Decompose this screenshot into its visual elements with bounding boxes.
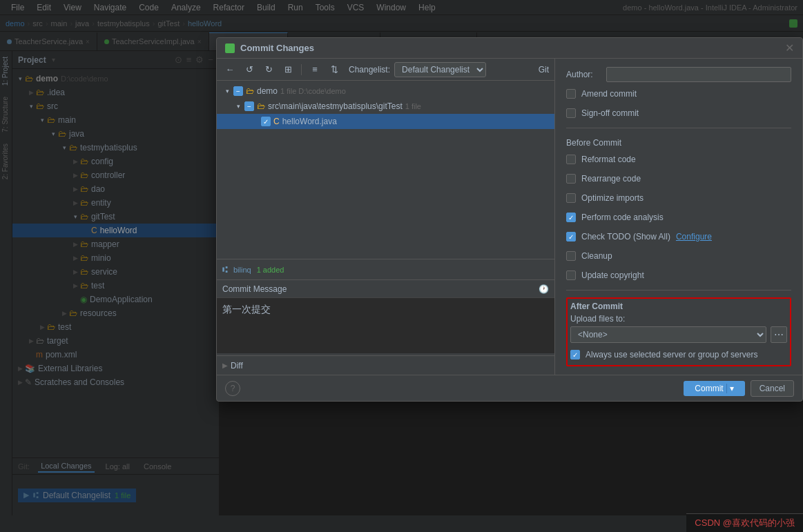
arrow-icon: ▾ — [233, 103, 243, 110]
git-icon: ⑆ — [222, 264, 228, 275]
signoff-commit-label: Sign-off commit — [581, 108, 639, 118]
author-label: Author: — [566, 70, 601, 79]
commit-button[interactable]: Commit ▾ — [684, 381, 744, 396]
toolbar-sep — [301, 64, 302, 75]
always-use-server-label: Always use selected server or group of s… — [586, 350, 757, 359]
after-commit-section: After Commit Upload files to: <None> ⋯ ✓… — [566, 297, 791, 366]
dtree-info-demo: 1 file D:\code\demo — [280, 87, 346, 95]
changelist-label: Changelist: — [349, 65, 390, 75]
amend-commit-label: Amend commit — [581, 89, 637, 99]
checkbox-src[interactable]: − — [244, 101, 254, 111]
help-button[interactable]: ? — [225, 381, 240, 396]
upload-files-label: Upload files to: — [570, 314, 787, 324]
diff-arrow-icon: ▶ — [222, 362, 228, 369]
dialog-file-tree: ▾ − 🗁 demo 1 file D:\code\demo ▾ − 🗁 src… — [217, 81, 554, 259]
dialog-footer: ? Commit ▾ Cancel — [217, 375, 802, 401]
toolbar-redo-btn[interactable]: ↻ — [261, 62, 276, 77]
toolbar-expand-btn[interactable]: ≡ — [307, 62, 322, 77]
commit-message-area: Commit Message 🕐 第一次提交 — [217, 279, 554, 355]
dtree-demo[interactable]: ▾ − 🗁 demo 1 file D:\code\demo — [217, 83, 554, 99]
update-copyright-checkbox[interactable] — [566, 270, 576, 280]
before-commit-title: Before Commit — [566, 138, 791, 148]
section-sep-1 — [566, 128, 791, 128]
update-copyright-row: Update copyright — [566, 268, 791, 283]
author-input[interactable] — [606, 67, 791, 82]
optimize-imports-checkbox[interactable] — [566, 193, 576, 203]
dialog-title-bar: Commit Changes ✕ — [217, 38, 802, 59]
dialog-left-panel: ← ↺ ↻ ⊞ ≡ ⇅ Changelist: Default Changeli… — [217, 59, 555, 375]
perform-code-analysis-row: ✓ Perform code analysis — [566, 210, 791, 225]
cleanup-label: Cleanup — [581, 251, 612, 261]
dialog-close-button[interactable]: ✕ — [785, 41, 794, 55]
folder-icon: 🗁 — [246, 86, 254, 96]
reformat-code-row: Reformat code — [566, 152, 791, 167]
upload-row: <None> ⋯ — [570, 326, 787, 343]
checkbox-helloword[interactable]: ✓ — [261, 117, 271, 126]
commit-message-input[interactable]: 第一次提交 — [217, 298, 554, 353]
dialog-right-panel: Author: Amend commit Sign-off commit Bef… — [555, 59, 802, 375]
check-todo-row: ✓ Check TODO (Show All) Configure — [566, 229, 791, 244]
dialog-toolbar: ← ↺ ↻ ⊞ ≡ ⇅ Changelist: Default Changeli… — [217, 59, 554, 81]
checkbox-demo[interactable]: − — [233, 86, 243, 96]
rearrange-code-row: Rearrange code — [566, 171, 791, 186]
optimize-imports-row: Optimize imports — [566, 190, 791, 206]
signoff-commit-checkbox[interactable] — [566, 108, 576, 118]
added-count: 1 added — [257, 266, 284, 274]
update-copyright-label: Update copyright — [581, 270, 644, 280]
author-row: Author: — [566, 67, 791, 82]
amend-commit-row: Amend commit — [566, 86, 791, 101]
section-sep-2 — [566, 290, 791, 290]
reformat-code-checkbox[interactable] — [566, 155, 576, 164]
toolbar-undo-btn[interactable]: ↺ — [242, 62, 257, 77]
commit-dialog: Commit Changes ✕ ← ↺ ↻ ⊞ ≡ ⇅ Changelist:… — [216, 37, 803, 402]
configure-link[interactable]: Configure — [676, 232, 712, 242]
toolbar-grid-btn[interactable]: ⊞ — [280, 62, 296, 77]
after-commit-title: After Commit — [570, 302, 787, 311]
commit-msg-header: Commit Message 🕐 — [217, 280, 554, 298]
dialog-body: ← ↺ ↻ ⊞ ≡ ⇅ Changelist: Default Changeli… — [217, 59, 802, 375]
folder-icon: 🗁 — [257, 101, 265, 111]
dtree-info-src: 1 file — [405, 102, 421, 110]
dtree-src[interactable]: ▾ − 🗁 src\main\java\testmybatisplus\gitT… — [217, 99, 554, 114]
toolbar-sort-btn[interactable]: ⇅ — [327, 62, 342, 77]
perform-code-analysis-label: Perform code analysis — [581, 213, 664, 222]
arrow-icon: ▾ — [222, 88, 232, 95]
dialog-icon — [225, 43, 235, 53]
commit-dropdown-icon[interactable]: ▾ — [726, 384, 734, 393]
class-file-icon: C — [273, 117, 280, 126]
perform-code-analysis-checkbox[interactable]: ✓ — [566, 213, 576, 222]
branch-area: ⑆ bilinq 1 added — [217, 259, 554, 279]
git-tab-label[interactable]: Git — [539, 65, 549, 75]
check-todo-checkbox[interactable]: ✓ — [566, 232, 576, 242]
dtree-helloword[interactable]: ✓ C helloWord.java — [217, 114, 554, 129]
changelist-select[interactable]: Default Changelist — [394, 62, 486, 77]
always-use-server-checkbox[interactable]: ✓ — [570, 350, 580, 359]
dialog-title: Commit Changes — [240, 43, 314, 53]
modal-overlay: Commit Changes ✕ ← ↺ ↻ ⊞ ≡ ⇅ Changelist:… — [0, 0, 803, 532]
upload-settings-btn[interactable]: ⋯ — [771, 326, 787, 343]
diff-label: Diff — [231, 361, 243, 371]
cancel-button[interactable]: Cancel — [751, 380, 794, 397]
rearrange-code-checkbox[interactable] — [566, 174, 576, 184]
branch-name: bilinq — [233, 266, 251, 274]
always-use-server-row: ✓ Always use selected server or group of… — [570, 347, 787, 362]
commit-msg-label: Commit Message — [222, 284, 287, 294]
dtree-name-helloword: helloWord.java — [282, 117, 337, 126]
cleanup-checkbox[interactable] — [566, 251, 576, 261]
watermark: CSDN @喜欢代码的小强 — [686, 513, 803, 532]
dtree-name-src: src\main\java\testmybatisplus\gitTest — [268, 101, 403, 111]
reformat-code-label: Reformat code — [581, 155, 636, 164]
toolbar-back-btn[interactable]: ← — [222, 62, 238, 77]
rearrange-code-label: Rearrange code — [581, 174, 641, 184]
diff-section[interactable]: ▶ Diff — [217, 355, 554, 375]
cleanup-row: Cleanup — [566, 248, 791, 264]
clock-icon[interactable]: 🕐 — [539, 284, 549, 294]
upload-select[interactable]: <None> — [570, 326, 766, 343]
check-todo-label: Check TODO (Show All) — [581, 232, 670, 242]
amend-commit-checkbox[interactable] — [566, 89, 576, 99]
dtree-name-demo: demo — [257, 86, 278, 96]
signoff-commit-row: Sign-off commit — [566, 106, 791, 121]
optimize-imports-label: Optimize imports — [581, 193, 644, 203]
